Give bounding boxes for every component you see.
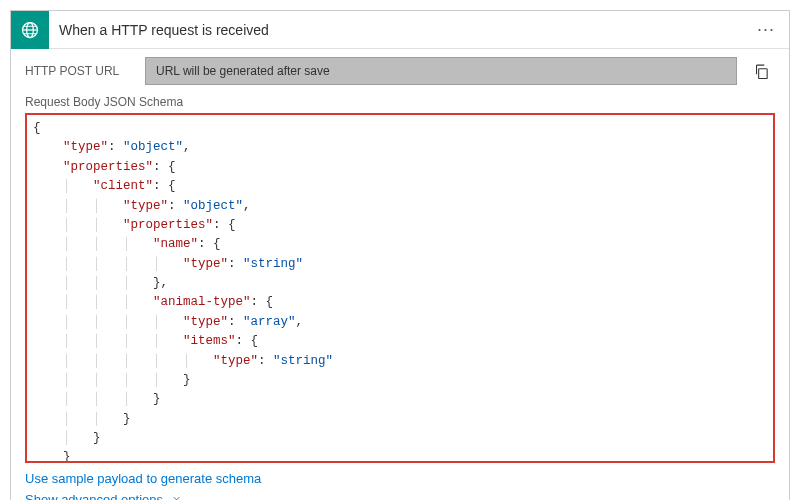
- chevron-down-icon: [171, 490, 182, 500]
- card-menu-button[interactable]: ···: [743, 19, 789, 40]
- http-url-field: URL will be generated after save: [145, 57, 737, 85]
- card-title: When a HTTP request is received: [49, 22, 743, 38]
- schema-label: Request Body JSON Schema: [25, 95, 775, 109]
- card-header: When a HTTP request is received ···: [11, 11, 789, 49]
- trigger-card: When a HTTP request is received ··· HTTP…: [10, 10, 790, 500]
- http-trigger-icon: [11, 11, 49, 49]
- http-url-label: HTTP POST URL: [25, 64, 135, 78]
- sample-payload-link[interactable]: Use sample payload to generate schema: [25, 469, 775, 490]
- advanced-options-label: Show advanced options: [25, 492, 163, 500]
- copy-url-button[interactable]: [747, 57, 775, 85]
- footer-links: Use sample payload to generate schema Sh…: [25, 469, 775, 500]
- advanced-options-link[interactable]: Show advanced options: [25, 490, 775, 500]
- copy-icon: [753, 63, 770, 80]
- http-url-row: HTTP POST URL URL will be generated afte…: [25, 57, 775, 85]
- svg-rect-5: [758, 68, 767, 78]
- card-body: HTTP POST URL URL will be generated afte…: [11, 49, 789, 500]
- schema-editor[interactable]: { "type": "object", "properties": { │ "c…: [25, 113, 775, 463]
